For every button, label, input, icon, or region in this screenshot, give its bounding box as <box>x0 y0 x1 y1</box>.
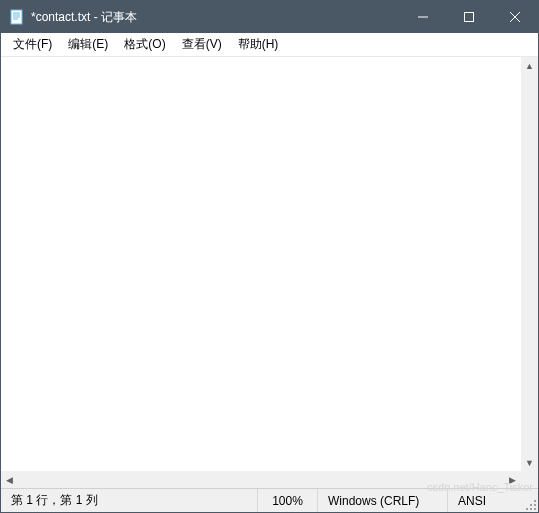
status-line-ending: Windows (CRLF) <box>318 489 448 512</box>
close-button[interactable] <box>492 1 538 33</box>
scroll-right-icon[interactable]: ▶ <box>504 471 521 488</box>
horizontal-scrollbar[interactable]: ◀ ▶ <box>1 471 538 488</box>
content-area: ▲ ▼ <box>1 57 538 471</box>
scroll-down-icon[interactable]: ▼ <box>521 454 538 471</box>
minimize-button[interactable] <box>400 1 446 33</box>
svg-rect-6 <box>465 13 474 22</box>
menu-format[interactable]: 格式(O) <box>116 33 173 56</box>
hscroll-track[interactable] <box>18 471 504 488</box>
menu-help[interactable]: 帮助(H) <box>230 33 287 56</box>
window-title: *contact.txt - 记事本 <box>31 9 400 26</box>
notepad-window: *contact.txt - 记事本 文件(F) 编辑(E) 格式(O) 查看(… <box>0 0 539 513</box>
menu-file[interactable]: 文件(F) <box>5 33 60 56</box>
text-editor[interactable] <box>1 57 521 471</box>
app-icon <box>9 9 25 25</box>
titlebar[interactable]: *contact.txt - 记事本 <box>1 1 538 33</box>
menubar: 文件(F) 编辑(E) 格式(O) 查看(V) 帮助(H) <box>1 33 538 57</box>
menu-edit[interactable]: 编辑(E) <box>60 33 116 56</box>
status-cursor-position: 第 1 行，第 1 列 <box>1 489 258 512</box>
vertical-scrollbar[interactable]: ▲ ▼ <box>521 57 538 471</box>
scroll-up-icon[interactable]: ▲ <box>521 57 538 74</box>
window-controls <box>400 1 538 33</box>
scroll-corner <box>521 471 538 488</box>
scroll-left-icon[interactable]: ◀ <box>1 471 18 488</box>
maximize-button[interactable] <box>446 1 492 33</box>
status-zoom: 100% <box>258 489 318 512</box>
resize-grip[interactable] <box>524 498 538 512</box>
statusbar: 第 1 行，第 1 列 100% Windows (CRLF) ANSI <box>1 488 538 512</box>
menu-view[interactable]: 查看(V) <box>174 33 230 56</box>
